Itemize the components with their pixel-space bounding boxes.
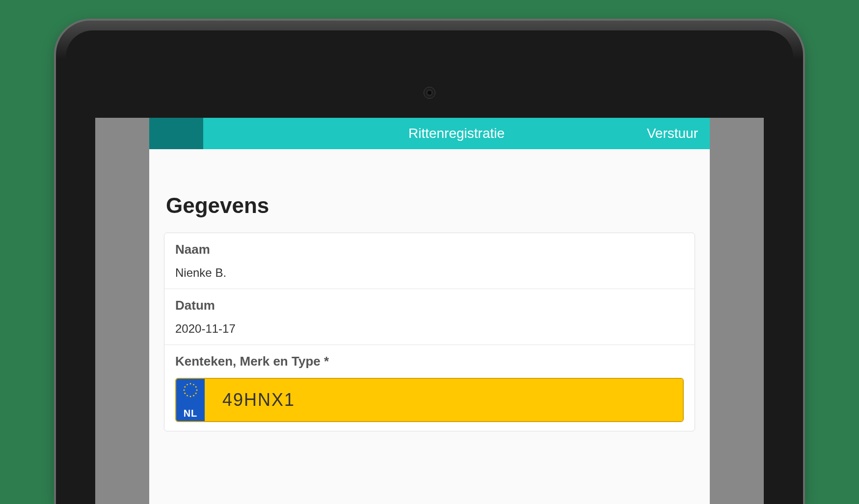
svg-point-11 <box>187 384 188 385</box>
svg-point-3 <box>196 390 198 391</box>
svg-point-4 <box>195 393 197 394</box>
svg-point-10 <box>184 386 186 388</box>
topbar-main: Rittenregistratie Verstuur <box>203 118 710 149</box>
field-date-value: 2020-11-17 <box>175 322 684 336</box>
license-plate[interactable]: NL 49HNX1 <box>175 378 684 422</box>
field-date-label: Datum <box>175 298 684 313</box>
app-container: Rittenregistratie Verstuur Gegevens Naam… <box>149 118 710 504</box>
field-name[interactable]: Naam Nienke B. <box>164 233 695 289</box>
field-date[interactable]: Datum 2020-11-17 <box>164 289 695 345</box>
topbar: Rittenregistratie Verstuur <box>149 118 710 149</box>
svg-point-0 <box>190 383 191 385</box>
field-name-value: Nienke B. <box>175 266 684 280</box>
svg-point-2 <box>195 386 197 388</box>
form-card: Naam Nienke B. Datum 2020-11-17 Kenteken… <box>164 233 695 431</box>
svg-point-5 <box>193 395 194 397</box>
svg-point-9 <box>184 390 185 391</box>
camera-icon <box>424 87 435 99</box>
field-name-label: Naam <box>175 242 684 257</box>
plate-country-code: NL <box>184 408 198 419</box>
device-screen: Rittenregistratie Verstuur Gegevens Naam… <box>95 118 764 504</box>
field-plate-label: Kenteken, Merk en Type * <box>175 354 684 369</box>
plate-number: 49HNX1 <box>222 390 295 410</box>
section-title: Gegevens <box>164 193 695 218</box>
content-area: Gegevens Naam Nienke B. Datum 2020-11-17… <box>149 149 710 504</box>
svg-point-8 <box>184 393 186 394</box>
plate-eu-section: NL <box>176 379 205 421</box>
eu-stars-icon <box>182 382 199 398</box>
plate-number-section: 49HNX1 <box>205 379 683 421</box>
topbar-menu-area[interactable] <box>149 118 203 149</box>
page-title: Rittenregistratie <box>408 126 505 141</box>
svg-point-7 <box>187 395 188 397</box>
tablet-bezel: Rittenregistratie Verstuur Gegevens Naam… <box>66 30 793 504</box>
svg-point-1 <box>193 384 194 385</box>
submit-button[interactable]: Verstuur <box>647 126 698 141</box>
svg-point-6 <box>190 396 191 398</box>
tablet-frame: Rittenregistratie Verstuur Gegevens Naam… <box>56 21 803 504</box>
field-plate[interactable]: Kenteken, Merk en Type * <box>164 345 695 431</box>
